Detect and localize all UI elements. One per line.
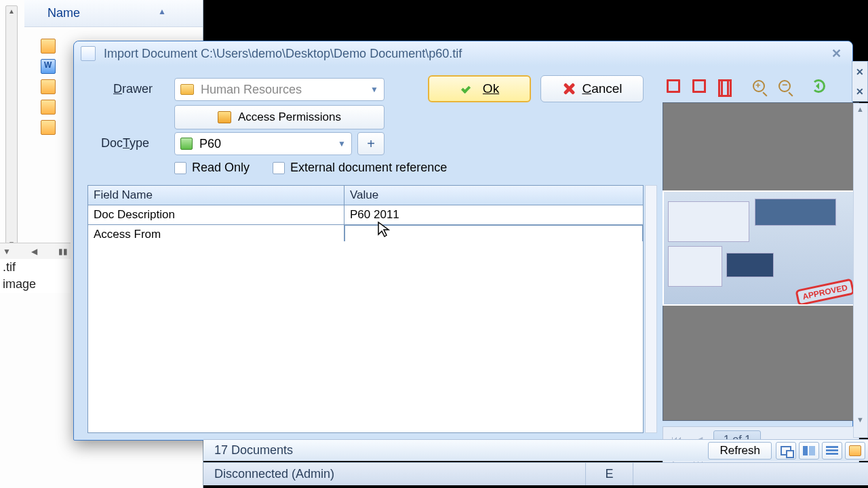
document-count: 17 Documents	[214, 443, 293, 458]
word-file-icon	[41, 59, 56, 74]
right-panel-controls: ✕ ✕	[852, 61, 868, 102]
import-document-dialog: Import Document C:\Users\demo\Desktop\De…	[73, 41, 853, 441]
page-width-icon	[692, 79, 706, 93]
grid-vertical-scrollbar[interactable]	[645, 185, 657, 433]
permissions-icon	[218, 111, 231, 123]
drawer-value: Human Resources	[201, 83, 302, 97]
page-icon	[667, 79, 680, 93]
two-page-button[interactable]	[714, 75, 736, 97]
check-icon	[460, 81, 476, 97]
access-permissions-button[interactable]: Access Permissions	[174, 105, 384, 129]
folder-icon	[180, 84, 194, 95]
x-icon	[561, 81, 576, 96]
cancel-button[interactable]: Cancel	[540, 75, 644, 102]
app-icon	[81, 46, 96, 61]
view-detail-button[interactable]	[776, 442, 796, 460]
grid-empty-area	[87, 241, 644, 433]
fit-page-button[interactable]	[663, 75, 684, 97]
readonly-label: Read Only	[192, 161, 250, 175]
view-list-button[interactable]	[822, 442, 842, 460]
two-page-icon	[718, 79, 732, 93]
file-row[interactable]	[41, 99, 60, 115]
file-extension: .tif	[0, 259, 71, 276]
ok-button[interactable]: Ok	[428, 75, 531, 102]
connection-status: Disconnected (Admin)	[214, 463, 586, 485]
file-properties: .tif image	[0, 259, 71, 293]
preview-thumbnail[interactable]: APPROVED	[663, 190, 859, 306]
chevron-down-icon: ▼	[338, 139, 346, 148]
sort-asc-icon: ▲	[158, 7, 166, 16]
refresh-preview-button[interactable]	[808, 75, 829, 97]
ok-button-label: Ok	[483, 81, 499, 96]
drawer-label: Drawer	[113, 82, 153, 96]
image-file-icon	[41, 120, 56, 135]
close-tab-icon[interactable]: ✕	[856, 86, 864, 97]
doctype-value: P60	[199, 137, 221, 151]
zoom-in-icon	[753, 80, 765, 92]
status-mode: E	[586, 463, 633, 485]
zoom-out-button[interactable]	[774, 75, 795, 97]
grid-cell-fieldname: Doc Description	[88, 205, 344, 225]
grid-cell-value[interactable]: P60 2011	[344, 205, 643, 225]
image-file-icon	[41, 39, 56, 54]
dialog-titlebar[interactable]: Import Document C:\Users\demo\Desktop\De…	[74, 41, 852, 66]
image-file-icon	[41, 100, 56, 115]
right-vertical-scrollbar[interactable]: ▲▼	[853, 103, 868, 438]
dialog-title: Import Document C:\Users\demo\Desktop\De…	[104, 47, 827, 61]
plus-icon: +	[367, 136, 375, 152]
close-button[interactable]: ✕	[827, 46, 846, 61]
grid-row[interactable]: Doc Description P60 2011	[88, 205, 643, 225]
status-bar: 17 Documents Refresh	[203, 439, 868, 461]
vertical-scrollbar[interactable]: ▲▼	[5, 5, 18, 249]
refresh-icon	[812, 79, 825, 93]
connection-status-bar: Disconnected (Admin) E	[203, 462, 868, 485]
drawer-combo[interactable]: Human Resources ▼	[174, 78, 384, 101]
add-doctype-button[interactable]: +	[357, 132, 384, 155]
doctype-label: DocType	[101, 136, 149, 150]
image-file-icon	[41, 79, 56, 94]
grid-header-value[interactable]: Value	[344, 186, 643, 205]
chevron-down-icon: ▼	[370, 85, 378, 94]
external-ref-label: External document reference	[290, 161, 447, 175]
approved-stamp: APPROVED	[795, 278, 854, 306]
file-row[interactable]	[41, 119, 60, 136]
zoom-in-button[interactable]	[748, 75, 770, 97]
readonly-checkbox[interactable]	[174, 162, 186, 174]
close-panel-icon[interactable]: ✕	[856, 66, 864, 77]
grid-header-fieldname[interactable]: Field Name	[88, 186, 344, 205]
doctype-combo[interactable]: P60 ▼	[174, 132, 352, 155]
folder-view-icon	[849, 445, 861, 456]
fit-width-button[interactable]	[688, 75, 710, 97]
column-header-name[interactable]: Name ▲	[24, 0, 203, 27]
list-view-icon	[826, 446, 838, 455]
view-folder-button[interactable]	[845, 442, 865, 460]
horizontal-scrollbar[interactable]: ▼◀▮▮	[0, 243, 71, 259]
file-row[interactable]	[41, 58, 60, 75]
refresh-button[interactable]: Refresh	[708, 442, 772, 460]
zoom-out-icon	[778, 80, 791, 92]
view-split-button[interactable]	[799, 442, 819, 460]
file-kind: image	[0, 276, 71, 293]
file-row[interactable]	[41, 79, 60, 95]
fields-grid: Field Name Value Doc Description P60 201…	[87, 185, 644, 245]
file-row[interactable]	[41, 38, 60, 54]
access-permissions-label: Access Permissions	[238, 110, 341, 124]
external-ref-checkbox[interactable]	[273, 162, 285, 174]
detail-view-icon	[781, 446, 791, 455]
doctype-icon	[180, 138, 193, 150]
column-header-label: Name	[47, 6, 80, 20]
split-view-icon	[803, 446, 815, 455]
preview-toolbar	[663, 73, 846, 100]
